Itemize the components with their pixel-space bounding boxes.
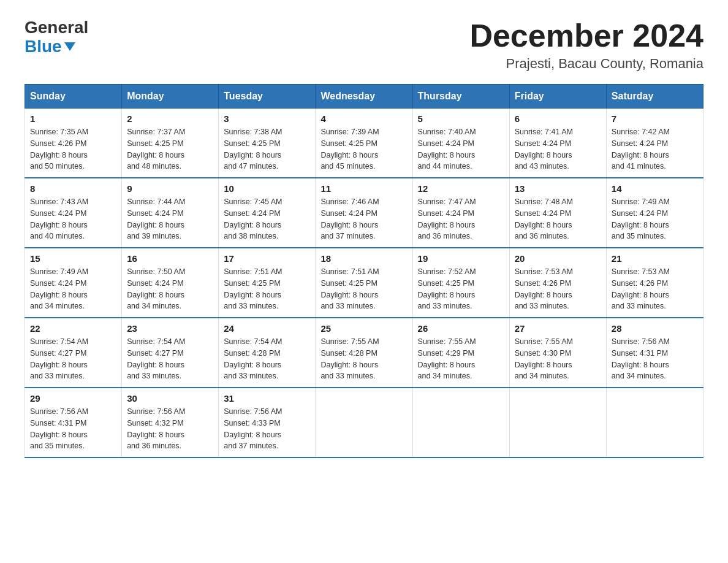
- calendar-cell: 25 Sunrise: 7:55 AM Sunset: 4:28 PM Dayl…: [316, 318, 412, 388]
- day-number: 30: [127, 393, 213, 404]
- day-number: 18: [320, 253, 407, 264]
- day-number: 9: [127, 183, 213, 194]
- calendar-cell: 8 Sunrise: 7:43 AM Sunset: 4:24 PM Dayli…: [25, 178, 122, 248]
- calendar-cell: 27 Sunrise: 7:55 AM Sunset: 4:30 PM Dayl…: [509, 318, 606, 388]
- day-info: Sunrise: 7:46 AM Sunset: 4:24 PM Dayligh…: [320, 196, 407, 242]
- day-info: Sunrise: 7:51 AM Sunset: 4:25 PM Dayligh…: [320, 266, 407, 312]
- calendar-cell: 24 Sunrise: 7:54 AM Sunset: 4:28 PM Dayl…: [219, 318, 316, 388]
- week-row-1: 1 Sunrise: 7:35 AM Sunset: 4:26 PM Dayli…: [25, 109, 703, 178]
- day-info: Sunrise: 7:55 AM Sunset: 4:29 PM Dayligh…: [418, 336, 504, 382]
- header-row: SundayMondayTuesdayWednesdayThursdayFrid…: [25, 85, 703, 109]
- day-info: Sunrise: 7:54 AM Sunset: 4:27 PM Dayligh…: [127, 336, 213, 382]
- title-block: December 2024 Prajesti, Bacau County, Ro…: [469, 18, 703, 72]
- calendar-cell: 11 Sunrise: 7:46 AM Sunset: 4:24 PM Dayl…: [316, 178, 412, 248]
- day-info: Sunrise: 7:54 AM Sunset: 4:28 PM Dayligh…: [224, 336, 310, 382]
- day-number: 26: [418, 323, 504, 334]
- header-saturday: Saturday: [606, 85, 703, 109]
- day-info: Sunrise: 7:35 AM Sunset: 4:26 PM Dayligh…: [30, 126, 116, 172]
- day-number: 22: [30, 323, 116, 334]
- day-info: Sunrise: 7:37 AM Sunset: 4:25 PM Dayligh…: [127, 126, 213, 172]
- day-number: 2: [127, 113, 213, 124]
- calendar-cell: 2 Sunrise: 7:37 AM Sunset: 4:25 PM Dayli…: [122, 109, 219, 178]
- day-info: Sunrise: 7:55 AM Sunset: 4:30 PM Dayligh…: [515, 336, 601, 382]
- day-number: 24: [224, 323, 310, 334]
- day-info: Sunrise: 7:53 AM Sunset: 4:26 PM Dayligh…: [612, 266, 698, 312]
- calendar-cell: 17 Sunrise: 7:51 AM Sunset: 4:25 PM Dayl…: [219, 248, 316, 318]
- calendar-cell: 12 Sunrise: 7:47 AM Sunset: 4:24 PM Dayl…: [412, 178, 509, 248]
- logo-general: General: [25, 18, 88, 37]
- day-number: 19: [418, 253, 504, 264]
- logo-blue: Blue: [25, 37, 88, 56]
- day-number: 27: [515, 323, 601, 334]
- calendar-cell: [316, 388, 412, 458]
- calendar-cell: [606, 388, 703, 458]
- header-wednesday: Wednesday: [316, 85, 412, 109]
- day-info: Sunrise: 7:42 AM Sunset: 4:24 PM Dayligh…: [612, 126, 698, 172]
- day-number: 12: [418, 183, 504, 194]
- day-info: Sunrise: 7:41 AM Sunset: 4:24 PM Dayligh…: [515, 126, 601, 172]
- day-info: Sunrise: 7:38 AM Sunset: 4:25 PM Dayligh…: [224, 126, 310, 172]
- day-info: Sunrise: 7:55 AM Sunset: 4:28 PM Dayligh…: [320, 336, 407, 382]
- calendar-cell: 3 Sunrise: 7:38 AM Sunset: 4:25 PM Dayli…: [219, 109, 316, 178]
- header-monday: Monday: [122, 85, 219, 109]
- header-sunday: Sunday: [25, 85, 122, 109]
- logo: General Blue: [25, 18, 88, 56]
- calendar-cell: 29 Sunrise: 7:56 AM Sunset: 4:31 PM Dayl…: [25, 388, 122, 458]
- week-row-5: 29 Sunrise: 7:56 AM Sunset: 4:31 PM Dayl…: [25, 388, 703, 458]
- day-info: Sunrise: 7:48 AM Sunset: 4:24 PM Dayligh…: [515, 196, 601, 242]
- day-number: 21: [612, 253, 698, 264]
- calendar-cell: 15 Sunrise: 7:49 AM Sunset: 4:24 PM Dayl…: [25, 248, 122, 318]
- day-info: Sunrise: 7:54 AM Sunset: 4:27 PM Dayligh…: [30, 336, 116, 382]
- calendar-cell: 20 Sunrise: 7:53 AM Sunset: 4:26 PM Dayl…: [509, 248, 606, 318]
- day-info: Sunrise: 7:51 AM Sunset: 4:25 PM Dayligh…: [224, 266, 310, 312]
- calendar-cell: 14 Sunrise: 7:49 AM Sunset: 4:24 PM Dayl…: [606, 178, 703, 248]
- calendar-cell: 13 Sunrise: 7:48 AM Sunset: 4:24 PM Dayl…: [509, 178, 606, 248]
- calendar-cell: 19 Sunrise: 7:52 AM Sunset: 4:25 PM Dayl…: [412, 248, 509, 318]
- calendar-cell: 26 Sunrise: 7:55 AM Sunset: 4:29 PM Dayl…: [412, 318, 509, 388]
- calendar-cell: 22 Sunrise: 7:54 AM Sunset: 4:27 PM Dayl…: [25, 318, 122, 388]
- day-number: 10: [224, 183, 310, 194]
- day-info: Sunrise: 7:39 AM Sunset: 4:25 PM Dayligh…: [320, 126, 407, 172]
- calendar-body: 1 Sunrise: 7:35 AM Sunset: 4:26 PM Dayli…: [25, 109, 703, 458]
- week-row-2: 8 Sunrise: 7:43 AM Sunset: 4:24 PM Dayli…: [25, 178, 703, 248]
- calendar-title: December 2024: [469, 18, 703, 53]
- day-info: Sunrise: 7:56 AM Sunset: 4:31 PM Dayligh…: [612, 336, 698, 382]
- day-number: 7: [612, 113, 698, 124]
- calendar-cell: 1 Sunrise: 7:35 AM Sunset: 4:26 PM Dayli…: [25, 109, 122, 178]
- day-number: 8: [30, 183, 116, 194]
- day-number: 11: [320, 183, 407, 194]
- day-number: 17: [224, 253, 310, 264]
- day-number: 28: [612, 323, 698, 334]
- calendar-cell: 6 Sunrise: 7:41 AM Sunset: 4:24 PM Dayli…: [509, 109, 606, 178]
- week-row-4: 22 Sunrise: 7:54 AM Sunset: 4:27 PM Dayl…: [25, 318, 703, 388]
- calendar-cell: 21 Sunrise: 7:53 AM Sunset: 4:26 PM Dayl…: [606, 248, 703, 318]
- calendar-cell: 9 Sunrise: 7:44 AM Sunset: 4:24 PM Dayli…: [122, 178, 219, 248]
- header-friday: Friday: [509, 85, 606, 109]
- day-number: 1: [30, 113, 116, 124]
- day-number: 15: [30, 253, 116, 264]
- calendar-cell: 4 Sunrise: 7:39 AM Sunset: 4:25 PM Dayli…: [316, 109, 412, 178]
- calendar-cell: 30 Sunrise: 7:56 AM Sunset: 4:32 PM Dayl…: [122, 388, 219, 458]
- calendar-table: SundayMondayTuesdayWednesdayThursdayFrid…: [25, 84, 703, 458]
- day-info: Sunrise: 7:52 AM Sunset: 4:25 PM Dayligh…: [418, 266, 504, 312]
- calendar-subtitle: Prajesti, Bacau County, Romania: [469, 56, 703, 72]
- week-row-3: 15 Sunrise: 7:49 AM Sunset: 4:24 PM Dayl…: [25, 248, 703, 318]
- header-thursday: Thursday: [412, 85, 509, 109]
- calendar-cell: 10 Sunrise: 7:45 AM Sunset: 4:24 PM Dayl…: [219, 178, 316, 248]
- day-info: Sunrise: 7:56 AM Sunset: 4:31 PM Dayligh…: [30, 406, 116, 452]
- day-number: 29: [30, 393, 116, 404]
- day-number: 20: [515, 253, 601, 264]
- day-info: Sunrise: 7:56 AM Sunset: 4:33 PM Dayligh…: [224, 406, 310, 452]
- calendar-cell: [412, 388, 509, 458]
- day-info: Sunrise: 7:53 AM Sunset: 4:26 PM Dayligh…: [515, 266, 601, 312]
- day-info: Sunrise: 7:45 AM Sunset: 4:24 PM Dayligh…: [224, 196, 310, 242]
- day-info: Sunrise: 7:40 AM Sunset: 4:24 PM Dayligh…: [418, 126, 504, 172]
- day-number: 3: [224, 113, 310, 124]
- day-info: Sunrise: 7:44 AM Sunset: 4:24 PM Dayligh…: [127, 196, 213, 242]
- logo-triangle-icon: [64, 42, 75, 51]
- calendar-cell: 28 Sunrise: 7:56 AM Sunset: 4:31 PM Dayl…: [606, 318, 703, 388]
- page-header: General Blue December 2024 Prajesti, Bac…: [25, 18, 703, 72]
- day-info: Sunrise: 7:49 AM Sunset: 4:24 PM Dayligh…: [30, 266, 116, 312]
- calendar-cell: [509, 388, 606, 458]
- day-number: 13: [515, 183, 601, 194]
